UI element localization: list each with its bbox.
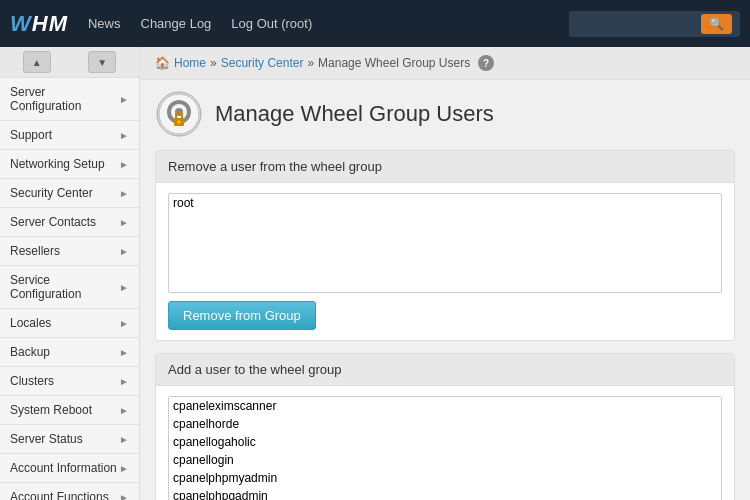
sidebar-item-label: Support [10,128,52,142]
sidebar-item-locales[interactable]: Locales ► [0,309,139,338]
add-users-list[interactable]: cpaneleximscanner cpanelhorde cpanelloga… [168,396,722,500]
sidebar-item-backup[interactable]: Backup ► [0,338,139,367]
arrow-icon: ► [119,405,129,416]
sidebar-item-label: Server Contacts [10,215,96,229]
search-button[interactable]: 🔍 [701,14,732,34]
sidebar-item-networking-setup[interactable]: Networking Setup ► [0,150,139,179]
main-layout: ▲ ▼ Server Configuration ► Support ► Net… [0,47,750,500]
arrow-icon: ► [119,347,129,358]
top-navigation: WHM News Change Log Log Out (root) 🔍 [0,0,750,47]
sidebar-item-system-reboot[interactable]: System Reboot ► [0,396,139,425]
sidebar-item-security-center[interactable]: Security Center ► [0,179,139,208]
nav-logout[interactable]: Log Out (root) [231,16,312,31]
add-panel-body: cpaneleximscanner cpanelhorde cpanelloga… [156,386,734,500]
list-item[interactable]: cpanelphpgadmin [169,487,721,500]
list-item[interactable]: cpanellogin [169,451,721,469]
svg-point-6 [178,121,181,124]
sidebar-item-support[interactable]: Support ► [0,121,139,150]
remove-panel-body: root Remove from Group [156,183,734,340]
sidebar-controls: ▲ ▼ [0,47,139,78]
search-bar: 🔍 [569,11,740,37]
list-item[interactable]: root [169,194,721,212]
sidebar-item-label: Security Center [10,186,93,200]
sidebar-item-server-status[interactable]: Server Status ► [0,425,139,454]
breadcrumb: 🏠 Home » Security Center » Manage Wheel … [140,47,750,80]
breadcrumb-sep1: » [210,56,217,70]
sidebar-item-label: Resellers [10,244,60,258]
breadcrumb-security-center[interactable]: Security Center [221,56,304,70]
sidebar-item-resellers[interactable]: Resellers ► [0,237,139,266]
arrow-icon: ► [119,130,129,141]
sidebar-item-label: Clusters [10,374,54,388]
breadcrumb-sep2: » [307,56,314,70]
app-logo: WHM [10,11,68,37]
content-area: 🏠 Home » Security Center » Manage Wheel … [140,47,750,500]
sidebar-item-account-information[interactable]: Account Information ► [0,454,139,483]
sidebar-item-service-configuration[interactable]: Service Configuration ► [0,266,139,309]
arrow-icon: ► [119,434,129,445]
sidebar-item-label: Account Functions [10,490,109,500]
list-item[interactable]: cpanelhorde [169,415,721,433]
search-input[interactable] [577,17,697,31]
arrow-icon: ► [119,94,129,105]
arrow-icon: ► [119,318,129,329]
arrow-icon: ► [119,492,129,501]
nav-news[interactable]: News [88,16,121,31]
help-icon[interactable]: ? [478,55,494,71]
sidebar-item-label: System Reboot [10,403,92,417]
breadcrumb-home[interactable]: Home [174,56,206,70]
sidebar-item-server-contacts[interactable]: Server Contacts ► [0,208,139,237]
sidebar-item-label: Account Information [10,461,117,475]
list-item[interactable]: cpaneleximscanner [169,397,721,415]
breadcrumb-current: Manage Wheel Group Users [318,56,470,70]
page-header: Manage Wheel Group Users [155,90,735,138]
arrow-icon: ► [119,159,129,170]
list-item[interactable]: cpanellogaholic [169,433,721,451]
arrow-icon: ► [119,217,129,228]
sidebar-item-account-functions[interactable]: Account Functions ► [0,483,139,500]
sidebar-item-server-configuration[interactable]: Server Configuration ► [0,78,139,121]
sidebar-item-clusters[interactable]: Clusters ► [0,367,139,396]
sidebar-item-label: Locales [10,316,51,330]
sidebar-scroll-down-btn[interactable]: ▼ [88,51,116,73]
add-panel: Add a user to the wheel group cpanelexim… [155,353,735,500]
arrow-icon: ► [119,282,129,293]
sidebar: ▲ ▼ Server Configuration ► Support ► Net… [0,47,140,500]
nav-changelog[interactable]: Change Log [141,16,212,31]
sidebar-item-label: Server Status [10,432,83,446]
home-icon: 🏠 [155,56,170,70]
arrow-icon: ► [119,188,129,199]
arrow-icon: ► [119,376,129,387]
remove-panel-header: Remove a user from the wheel group [156,151,734,183]
list-item[interactable]: cpanelphpmyadmin [169,469,721,487]
add-panel-header: Add a user to the wheel group [156,354,734,386]
sidebar-item-label: Server Configuration [10,85,119,113]
remove-users-list[interactable]: root [168,193,722,293]
arrow-icon: ► [119,246,129,257]
arrow-icon: ► [119,463,129,474]
page-content: Manage Wheel Group Users Remove a user f… [140,80,750,500]
page-title: Manage Wheel Group Users [215,101,494,127]
sidebar-item-label: Networking Setup [10,157,105,171]
sidebar-item-label: Backup [10,345,50,359]
sidebar-item-label: Service Configuration [10,273,119,301]
remove-panel: Remove a user from the wheel group root … [155,150,735,341]
wheel-group-icon [155,90,203,138]
nav-links: News Change Log Log Out (root) [88,16,569,31]
remove-from-group-button[interactable]: Remove from Group [168,301,316,330]
sidebar-scroll-up-btn[interactable]: ▲ [23,51,51,73]
